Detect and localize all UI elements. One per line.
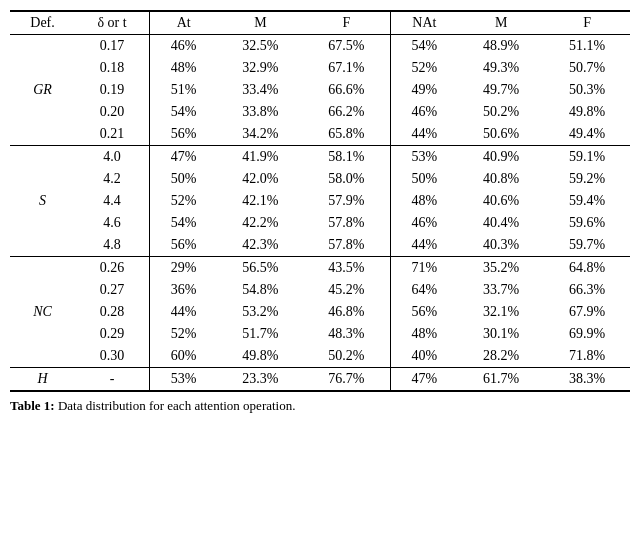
caption-label: Table 1: xyxy=(10,398,55,413)
delta-cell: 0.20 xyxy=(75,101,149,123)
at-f-cell: 67.5% xyxy=(303,35,390,58)
def-cell: S xyxy=(10,146,75,257)
at-cell: 44% xyxy=(149,301,217,323)
def-cell: GR xyxy=(10,35,75,146)
delta-cell: 0.28 xyxy=(75,301,149,323)
col-delta: δ or t xyxy=(75,11,149,35)
nat-m-cell: 40.8% xyxy=(458,168,544,190)
at-m-cell: 32.5% xyxy=(217,35,303,58)
at-m-cell: 33.4% xyxy=(217,79,303,101)
at-f-cell: 58.0% xyxy=(303,168,390,190)
at-cell: 60% xyxy=(149,345,217,368)
nat-m-cell: 40.4% xyxy=(458,212,544,234)
nat-f-cell: 49.4% xyxy=(544,123,630,146)
nat-cell: 54% xyxy=(390,35,458,58)
at-m-cell: 34.2% xyxy=(217,123,303,146)
at-m-cell: 49.8% xyxy=(217,345,303,368)
col-at: At xyxy=(149,11,217,35)
nat-m-cell: 28.2% xyxy=(458,345,544,368)
at-cell: 29% xyxy=(149,257,217,280)
delta-cell: 0.26 xyxy=(75,257,149,280)
nat-f-cell: 59.6% xyxy=(544,212,630,234)
at-m-cell: 53.2% xyxy=(217,301,303,323)
col-at-f: F xyxy=(303,11,390,35)
at-m-cell: 42.0% xyxy=(217,168,303,190)
nat-m-cell: 40.6% xyxy=(458,190,544,212)
at-cell: 50% xyxy=(149,168,217,190)
at-m-cell: 42.1% xyxy=(217,190,303,212)
nat-f-cell: 49.8% xyxy=(544,101,630,123)
at-cell: 53% xyxy=(149,368,217,392)
delta-cell: 4.4 xyxy=(75,190,149,212)
nat-m-cell: 32.1% xyxy=(458,301,544,323)
nat-m-cell: 49.7% xyxy=(458,79,544,101)
nat-m-cell: 40.9% xyxy=(458,146,544,169)
at-f-cell: 50.2% xyxy=(303,345,390,368)
at-cell: 56% xyxy=(149,234,217,257)
at-f-cell: 57.8% xyxy=(303,212,390,234)
nat-f-cell: 50.7% xyxy=(544,57,630,79)
at-m-cell: 42.2% xyxy=(217,212,303,234)
nat-f-cell: 51.1% xyxy=(544,35,630,58)
nat-cell: 48% xyxy=(390,323,458,345)
nat-m-cell: 40.3% xyxy=(458,234,544,257)
at-f-cell: 57.9% xyxy=(303,190,390,212)
nat-cell: 44% xyxy=(390,234,458,257)
def-cell: H xyxy=(10,368,75,392)
at-m-cell: 54.8% xyxy=(217,279,303,301)
at-m-cell: 42.3% xyxy=(217,234,303,257)
at-f-cell: 45.2% xyxy=(303,279,390,301)
delta-cell: 0.19 xyxy=(75,79,149,101)
at-f-cell: 67.1% xyxy=(303,57,390,79)
at-cell: 48% xyxy=(149,57,217,79)
at-f-cell: 43.5% xyxy=(303,257,390,280)
table-wrapper: Def. δ or t At M F NAt M F GR0.1746%32.5… xyxy=(10,10,630,414)
nat-f-cell: 50.3% xyxy=(544,79,630,101)
nat-cell: 53% xyxy=(390,146,458,169)
at-f-cell: 66.2% xyxy=(303,101,390,123)
nat-f-cell: 71.8% xyxy=(544,345,630,368)
at-f-cell: 65.8% xyxy=(303,123,390,146)
nat-cell: 52% xyxy=(390,57,458,79)
at-m-cell: 33.8% xyxy=(217,101,303,123)
nat-cell: 56% xyxy=(390,301,458,323)
col-nat-f: F xyxy=(544,11,630,35)
delta-cell: 0.30 xyxy=(75,345,149,368)
at-cell: 46% xyxy=(149,35,217,58)
delta-cell: 4.8 xyxy=(75,234,149,257)
nat-f-cell: 59.7% xyxy=(544,234,630,257)
nat-cell: 71% xyxy=(390,257,458,280)
nat-m-cell: 33.7% xyxy=(458,279,544,301)
delta-cell: 0.27 xyxy=(75,279,149,301)
delta-cell: 4.6 xyxy=(75,212,149,234)
at-cell: 36% xyxy=(149,279,217,301)
at-cell: 54% xyxy=(149,101,217,123)
nat-m-cell: 48.9% xyxy=(458,35,544,58)
delta-cell: 4.2 xyxy=(75,168,149,190)
delta-cell: 0.21 xyxy=(75,123,149,146)
nat-f-cell: 59.2% xyxy=(544,168,630,190)
col-nat-m: M xyxy=(458,11,544,35)
nat-cell: 64% xyxy=(390,279,458,301)
nat-cell: 49% xyxy=(390,79,458,101)
def-cell: NC xyxy=(10,257,75,368)
delta-cell: 4.0 xyxy=(75,146,149,169)
table-caption: Table 1: Data distribution for each atte… xyxy=(10,398,630,414)
nat-cell: 46% xyxy=(390,101,458,123)
nat-m-cell: 50.2% xyxy=(458,101,544,123)
nat-cell: 40% xyxy=(390,345,458,368)
at-cell: 52% xyxy=(149,190,217,212)
at-f-cell: 46.8% xyxy=(303,301,390,323)
delta-cell: 0.29 xyxy=(75,323,149,345)
nat-cell: 47% xyxy=(390,368,458,392)
at-cell: 52% xyxy=(149,323,217,345)
at-cell: 54% xyxy=(149,212,217,234)
at-f-cell: 48.3% xyxy=(303,323,390,345)
at-f-cell: 57.8% xyxy=(303,234,390,257)
at-m-cell: 56.5% xyxy=(217,257,303,280)
at-cell: 56% xyxy=(149,123,217,146)
nat-cell: 46% xyxy=(390,212,458,234)
nat-cell: 48% xyxy=(390,190,458,212)
nat-f-cell: 59.1% xyxy=(544,146,630,169)
nat-m-cell: 61.7% xyxy=(458,368,544,392)
